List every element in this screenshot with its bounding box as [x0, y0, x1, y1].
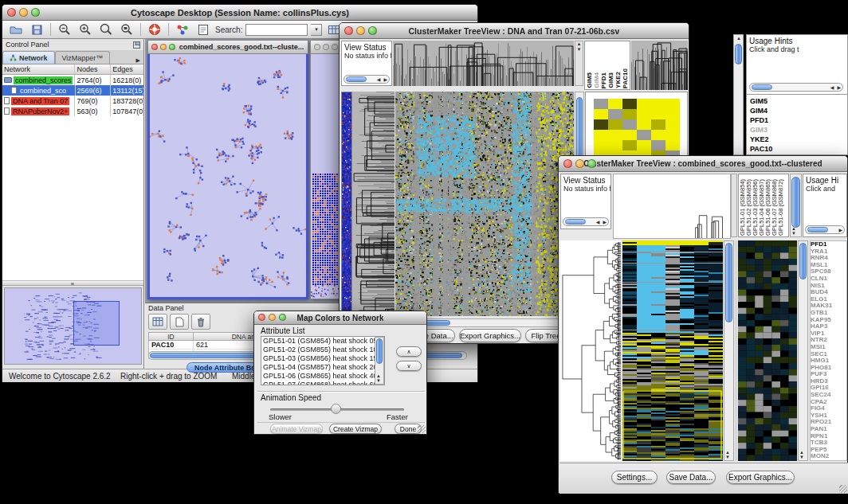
birdseye-overview[interactable] — [4, 287, 142, 365]
network-row[interactable]: DNA and Tran 07769(0)183728(0) — [2, 96, 143, 106]
dendrogram-scroll-arrows[interactable]: ▲▼ — [575, 41, 583, 86]
window-controls[interactable] — [7, 8, 40, 17]
annotation-icon[interactable] — [194, 22, 212, 37]
frame-window-controls[interactable] — [151, 44, 175, 50]
column-dendrogram[interactable] — [613, 174, 731, 239]
column-header-network[interactable]: Network — [2, 64, 75, 74]
window-controls[interactable] — [344, 26, 377, 35]
scroll-thumb[interactable] — [725, 243, 732, 322]
heatmap-canvas[interactable] — [622, 240, 723, 461]
attribute-select-icon[interactable] — [148, 314, 167, 330]
column-header-edges[interactable]: Edges — [111, 64, 143, 74]
zoom-window-icon[interactable] — [169, 44, 175, 50]
scroll-thumb[interactable] — [735, 44, 742, 64]
scroll-right-icon[interactable]: ▶ — [382, 76, 389, 82]
attribute-item[interactable]: GPL51-04 (GSM857) heat shock 20 min — [261, 363, 384, 372]
resize-grip-icon[interactable] — [418, 425, 426, 433]
minimize-icon[interactable] — [323, 44, 329, 50]
side-vscrollbar[interactable]: ▲ — [733, 34, 744, 155]
minimize-icon[interactable] — [356, 26, 365, 35]
scroll-arrows[interactable]: ▲▼ — [791, 226, 796, 236]
zoom-heatmap-canvas[interactable] — [738, 240, 797, 461]
usage-hints-scrollbar[interactable]: ▶ — [805, 225, 845, 234]
zoom-window-icon[interactable] — [31, 8, 40, 17]
column-header-id[interactable]: ID — [149, 333, 194, 340]
tab-vizmapper[interactable]: VizMapper™ — [55, 51, 111, 64]
help-lifebuoy-icon[interactable] — [146, 22, 163, 37]
dendrogram-scroll-arrows[interactable] — [731, 174, 737, 237]
scroll-thumb[interactable] — [791, 177, 800, 228]
close-icon[interactable] — [258, 314, 265, 321]
minimize-icon[interactable] — [19, 8, 28, 17]
scroll-up-icon[interactable]: ▲ — [736, 36, 741, 41]
labels-vscrollbar[interactable]: ▲▼ — [790, 174, 802, 237]
scroll-right-icon[interactable]: ▶ — [601, 219, 608, 225]
close-icon[interactable] — [7, 8, 16, 17]
close-icon[interactable] — [344, 26, 353, 35]
network-row[interactable]: combined_scores2764(0)16218(0) — [2, 75, 143, 85]
attribute-item[interactable]: GPL51-01 (GSM854) heat shock 05 min — [261, 337, 384, 346]
search-dropdown-icon[interactable]: ▾ — [311, 24, 322, 36]
zoom-fit-icon[interactable] — [118, 22, 135, 37]
network-row[interactable]: combined_sco2569(6)13112(15) — [2, 85, 143, 96]
main-titlebar[interactable]: Cytoscape Desktop (Session Name: collins… — [2, 5, 477, 21]
scroll-thumb[interactable] — [565, 219, 586, 225]
network-view-frame[interactable]: combined_scores_good.txt--cluste... — [147, 40, 308, 299]
move-down-button[interactable]: ∨ — [396, 361, 422, 371]
scroll-thumb[interactable] — [346, 76, 367, 82]
attribute-item[interactable]: GPL51-03 (GSM856) heat shock 15 min — [261, 354, 384, 363]
scroll-left-icon[interactable]: ◀ — [829, 84, 836, 90]
attribute-item[interactable]: GPL51-02 (GSM855) heat shock 10 min — [261, 346, 384, 354]
global-overview-strip[interactable] — [341, 92, 352, 318]
zoom-out-icon[interactable] — [56, 22, 73, 37]
row-dendrogram[interactable] — [352, 92, 395, 316]
scroll-arrows[interactable]: ▲▼ — [725, 450, 730, 459]
attribute-item[interactable]: GPL51-06 (GSM865) heat shock 40 min — [261, 372, 384, 381]
scroll-thumb[interactable] — [752, 84, 772, 90]
move-up-button[interactable]: ∧ — [396, 346, 422, 357]
column-header-nodes[interactable]: Nodes — [75, 64, 111, 74]
overview-canvas[interactable] — [5, 288, 141, 364]
scroll-arrows[interactable]: ▲▼ — [376, 373, 381, 383]
zoom-selected-icon[interactable] — [97, 22, 115, 37]
close-icon[interactable] — [563, 159, 572, 168]
treeview2-titlebar[interactable]: ClusterMaker TreeView : combined_scores_… — [559, 156, 847, 172]
dialog-titlebar[interactable]: Map Colors to Network — [254, 311, 426, 325]
network-canvas[interactable] — [150, 54, 306, 295]
save-icon[interactable] — [28, 22, 45, 37]
export-graphics-button[interactable]: Export Graphics... — [726, 471, 795, 484]
vizmapper-icon[interactable] — [174, 22, 191, 37]
zoom-vscrollbar[interactable]: ▲▼ — [798, 240, 808, 461]
settings-button[interactable]: Settings... — [611, 471, 658, 484]
scroll-left-icon[interactable]: ◀ — [375, 76, 383, 82]
scroll-right-icon[interactable]: ▶ — [835, 84, 842, 90]
view-status-scrollbar[interactable]: ◀ ▶ — [563, 217, 609, 226]
listbox-vscrollbar[interactable]: ▲▼ — [375, 337, 384, 385]
scroll-left-icon[interactable]: ◀ — [595, 219, 602, 225]
usage-hints-scrollbar[interactable]: ◀ ▶ — [749, 83, 843, 92]
zoom-window-icon[interactable] — [368, 26, 377, 35]
scroll-thumb[interactable] — [807, 227, 828, 232]
slider-thumb[interactable] — [331, 404, 341, 414]
scroll-arrows[interactable]: ▲▼ — [799, 450, 804, 459]
zoom-matrix[interactable] — [594, 99, 680, 161]
panel-splitter[interactable] — [2, 280, 143, 286]
minimize-icon[interactable] — [575, 159, 584, 168]
delete-attribute-icon[interactable] — [191, 314, 210, 330]
scroll-thumb[interactable] — [376, 338, 383, 364]
zoom-window-icon[interactable] — [332, 44, 338, 50]
zoom-window-icon[interactable] — [587, 159, 596, 168]
view-status-scrollbar[interactable]: ◀ ▶ — [344, 75, 390, 84]
heatmap-canvas[interactable] — [395, 92, 574, 316]
frame-window-controls[interactable] — [314, 44, 338, 50]
heatmap-vscrollbar[interactable]: ▲▼ — [724, 240, 734, 461]
close-icon[interactable] — [314, 44, 320, 50]
tab-network[interactable]: Network — [2, 51, 55, 64]
window-controls[interactable] — [258, 314, 286, 321]
scroll-thumb[interactable] — [799, 243, 807, 279]
scroll-right-icon[interactable]: ▶ — [837, 227, 844, 232]
export-graphics-button[interactable]: Export Graphics... — [459, 329, 521, 342]
frame-titlebar[interactable]: combined_scores_good.txt--cluste... — [147, 40, 308, 54]
resize-grip-icon[interactable] — [839, 485, 847, 493]
gene-labels-list[interactable]: PFD1YRA1RNR4MSL1SPC98CLN1NIS1BUD4ELG1MAK… — [810, 240, 847, 461]
